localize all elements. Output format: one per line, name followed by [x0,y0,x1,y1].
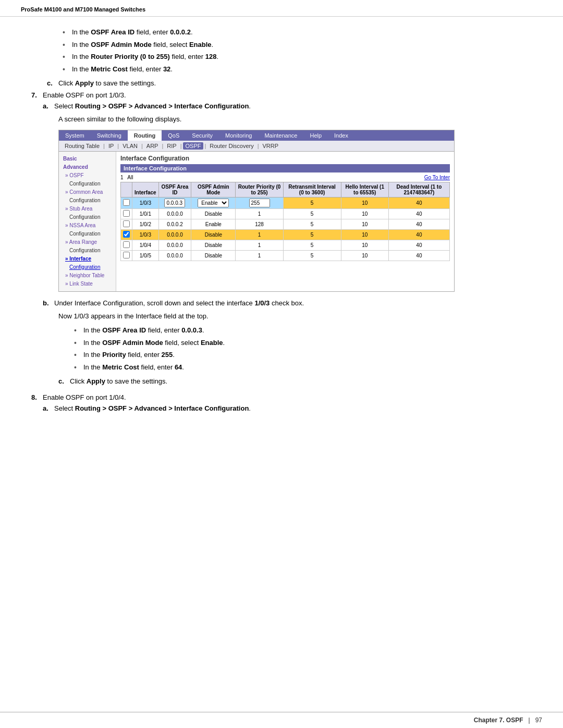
step-c2-apply: c. Click Apply to save the settings. [58,377,532,385]
sidebar-nssa-area-config[interactable]: Configuration [61,230,114,238]
cell-retransmit-102: 5 [283,219,341,229]
page-header-title: ProSafe M4100 and M7100 Managed Switches [21,6,145,13]
cell-checkbox-input [121,197,132,208]
nav-system[interactable]: System [59,130,91,141]
bullet-router-priority: In the Router Priority (0 to 255) field,… [63,52,532,62]
cell-checkbox-104 [121,240,132,250]
sidebar-interface[interactable]: » Interface [61,255,114,263]
nav-maintenance[interactable]: Maintenance [258,130,303,141]
step-c2-content: Click Apply to save the settings. [70,377,532,385]
cell-dead-103: 40 [388,229,449,240]
th-hello: Hello Interval (1 to 65535) [341,182,388,197]
bold-priority-b: Priority [102,351,126,359]
nav-help[interactable]: Help [303,130,328,141]
screen-description: A screen similar to the following displa… [58,114,532,125]
sidebar-nssa-area[interactable]: » NSSA Area [61,221,114,230]
subnav-rip[interactable]: RIP [164,142,179,150]
sidebar-stub-area-config[interactable]: Configuration [61,213,114,221]
cell-hello-102: 10 [341,219,388,229]
cell-hello-101: 10 [341,208,388,219]
sidebar-interface-config[interactable]: Configuration [61,263,114,272]
step-7a-content: Select Routing > OSPF > Advanced > Inter… [54,102,532,110]
cell-hello-105: 10 [341,250,388,261]
sidebar-common-area[interactable]: » Common Area [61,188,114,196]
checkbox-104[interactable] [123,241,130,248]
sidebar-neighbor-table[interactable]: » Neighbor Table [61,272,114,280]
table-row-105: 1/0/5 0.0.0.0 Disable 1 5 10 40 [121,250,450,261]
cell-admin-103: Disable [191,229,236,240]
sidebar-area-range[interactable]: » Area Range [61,238,114,246]
subnav-routing-table[interactable]: Routing Table [62,142,102,150]
sidebar-area-range-config[interactable]: Configuration [61,246,114,255]
footer-chapter-bold: Chapter 7. OSPF [474,717,523,724]
ui-panel: Interface Configuration Interface Config… [116,152,454,291]
cell-interface-102: 1/0/2 [132,219,159,229]
step-7b-content: Under Interface Configuration, scroll do… [54,299,532,307]
input-priority[interactable] [249,199,270,207]
th-retransmit: Retransmit Interval (0 to 3600) [283,182,341,197]
checkbox-101[interactable] [123,210,130,217]
nav-switching[interactable]: Switching [91,130,128,141]
cell-dead-105: 40 [388,250,449,261]
step-c2-label: c. [58,377,70,385]
bold-ospf-admin-mode-b: OSPF Admin Mode [102,339,163,347]
sidebar-link-state[interactable]: » Link State [61,280,114,288]
nav-qos[interactable]: QoS [162,130,186,141]
checkbox-input-row[interactable] [123,199,130,206]
checkbox-102[interactable] [123,220,130,227]
sidebar-stub-area[interactable]: » Stub Area [61,205,114,213]
step-7a-label: a. [43,102,54,110]
nav-monitoring[interactable]: Monitoring [219,130,258,141]
cell-area-105: 0.0.0.0 [158,250,191,261]
bullet-metric-cost: In the Metric Cost field, enter 32. [63,64,532,75]
value-metric-cost: 32 [163,65,170,73]
table-row-103: 1/0/3 0.0.0.0 Disable 1 5 10 40 [121,229,450,240]
cell-retransmit-input: 5 [283,197,341,208]
subnav-ospf[interactable]: OSPF [183,142,204,150]
cell-retransmit-101: 5 [283,208,341,219]
step-c-content: Click Apply to save the settings. [58,79,532,87]
nav-index[interactable]: Index [328,130,354,141]
cell-admin-104: Disable [191,240,236,250]
step-8a-bold: Routing > OSPF > Advanced > Interface Co… [75,404,249,412]
sidebar-basic[interactable]: Basic [61,155,114,163]
nav-routing[interactable]: Routing [128,130,162,141]
bullet-list-b: In the OSPF Area ID field, enter 0.0.0.3… [74,325,532,372]
subnav-router-discovery[interactable]: Router Discovery [207,142,256,150]
sidebar-common-area-config[interactable]: Configuration [61,196,114,205]
apply-bold-2: Apply [87,377,105,385]
cell-interface-101: 1/0/1 [132,208,159,219]
apply-bold-1: Apply [75,79,94,87]
cell-dead-102: 40 [388,219,449,229]
sidebar-ospf-config[interactable]: Configuration [61,180,114,188]
step-7-text: Enable OSPF on port 1/0/3. [43,91,126,99]
checkbox-103[interactable] [123,231,130,238]
goto-interface-link[interactable]: Go To Inter [424,175,450,180]
step-c-label: c. [47,79,58,87]
th-checkbox [121,182,132,197]
cell-priority-104: 1 [236,240,283,250]
step-7b-label: b. [43,299,54,307]
table-row-input: 1/0/3 Enable Disable [121,197,450,208]
subnav-vlan[interactable]: VLAN [120,142,140,150]
cell-retransmit-103: 5 [283,229,341,240]
checkbox-105[interactable] [123,252,130,258]
select-admin-mode-input[interactable]: Enable Disable [198,199,229,207]
table-row-102: 1/0/2 0.0.0.2 Enable 128 5 10 40 [121,219,450,229]
input-area-id[interactable] [164,199,185,207]
step-7b-bold: 1/0/3 [254,299,270,307]
bullet-ospf-area-id: In the OSPF Area ID field, enter 0.0.0.2… [63,27,532,38]
cell-admin-102: Enable [191,219,236,229]
bold-router-priority: Router Priority (0 to 255) [91,53,170,60]
subnav-arp[interactable]: ARP [144,142,161,150]
goto-row: 1 All Go To Inter [120,175,450,180]
subnav-vrrp[interactable]: VRRP [260,142,282,150]
page-header: ProSafe M4100 and M7100 Managed Switches [0,0,563,17]
subnav-ip[interactable]: IP [106,142,116,150]
sidebar-ospf[interactable]: » OSPF [61,171,114,180]
cell-area-101: 0.0.0.0 [158,208,191,219]
interface-table: Interface OSPF Area ID OSPF Admin Mode R… [120,182,450,261]
sidebar-advanced[interactable]: Advanced [61,163,114,171]
nav-security[interactable]: Security [186,130,219,141]
bullet-metric-cost-b: In the Metric Cost field, enter 64. [74,362,532,373]
